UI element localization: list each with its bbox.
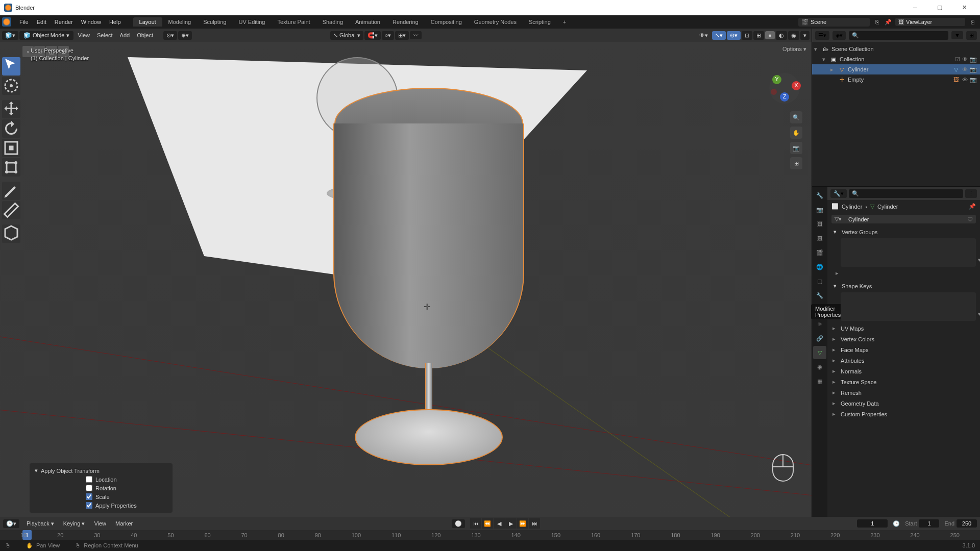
tab-viewlayer[interactable]: 🖼 xyxy=(813,232,826,245)
outliner-editor-type[interactable]: ☰▾ xyxy=(815,31,829,40)
menu-help[interactable]: Help xyxy=(105,17,125,27)
mode-selector[interactable]: 🧊 Object Mode ▾ xyxy=(19,31,74,40)
render-icon[interactable]: 📷 xyxy=(970,56,977,63)
tab-texture[interactable]: ▦ xyxy=(813,374,826,388)
gizmo-toggle[interactable]: ⤡▾ xyxy=(712,31,726,40)
tab-scene[interactable]: 🎬 xyxy=(813,246,826,259)
vertex-group-specials[interactable]: ▾ xyxy=(978,257,980,265)
tree-scene-collection[interactable]: ▾🗁 Scene Collection xyxy=(812,44,980,54)
viewport-menu-select[interactable]: Select xyxy=(94,31,116,39)
new-collection-button[interactable]: ⊞ xyxy=(966,31,977,40)
tool-annotate[interactable] xyxy=(2,182,20,200)
play-reverse[interactable]: ◀ xyxy=(494,518,505,529)
tab-object[interactable]: ▢ xyxy=(813,274,826,288)
tab-constraints[interactable]: 🔗 xyxy=(813,332,826,345)
timeline-editor-type[interactable]: 🕒▾ xyxy=(3,519,19,528)
workspace-rendering[interactable]: Rendering xyxy=(386,17,425,27)
options-toggle[interactable]: 〰 xyxy=(410,31,422,39)
tool-add-cube[interactable] xyxy=(2,224,20,243)
perspective-toggle[interactable]: ⊞ xyxy=(790,157,802,169)
props-editor-type[interactable]: 🔧▾ xyxy=(830,189,847,198)
shading-solid[interactable]: ● xyxy=(765,31,775,39)
scene-new-button[interactable]: ⎘ xyxy=(871,16,883,28)
timeline-menu-marker[interactable]: Marker xyxy=(113,519,135,528)
chevron-down-icon[interactable]: ▾ xyxy=(35,467,38,474)
tab-material[interactable]: ◉ xyxy=(813,360,826,373)
tool-move[interactable] xyxy=(2,100,20,118)
tool-measure[interactable] xyxy=(2,201,20,219)
proportional-edit[interactable]: ○▾ xyxy=(382,31,395,40)
maximize-button[interactable]: ▢ xyxy=(928,0,951,15)
pin-icon[interactable]: 📌 xyxy=(969,203,976,210)
navigation-gizmo[interactable]: X Y Z xyxy=(767,70,802,106)
play[interactable]: ▶ xyxy=(505,518,517,529)
scene-name-input[interactable] xyxy=(811,19,867,25)
jump-to-start[interactable]: ⏮ xyxy=(470,518,481,529)
add-shape-key-button[interactable]: + xyxy=(978,294,980,303)
timeline-menu-view[interactable]: View xyxy=(92,519,108,528)
props-search[interactable]: 🔍 xyxy=(849,189,963,198)
viewport-menu-view[interactable]: View xyxy=(75,31,93,39)
panel-custom-props[interactable]: ▸Custom Properties xyxy=(827,409,980,419)
close-button[interactable]: ✕ xyxy=(952,0,976,15)
add-workspace-button[interactable]: + xyxy=(557,17,572,27)
shape-keys-list[interactable] xyxy=(841,292,976,321)
orientation-dropdown[interactable]: ⊕▾ xyxy=(178,31,192,40)
pan-button[interactable]: ✋ xyxy=(790,127,802,139)
breadcrumb-object[interactable]: Cylinder xyxy=(842,204,862,210)
tab-output[interactable]: 🖼 xyxy=(813,217,826,231)
cylinder-object[interactable]: ✛ xyxy=(332,67,526,475)
viewport-menu-object[interactable]: Object xyxy=(134,31,156,39)
panel-vertex-groups-header[interactable]: ▾Vertex Groups xyxy=(830,227,977,237)
jump-keyframe-fwd[interactable]: ⏩ xyxy=(517,518,528,529)
shading-wireframe[interactable]: ⊞ xyxy=(753,31,764,40)
zoom-button[interactable]: 🔍 xyxy=(790,111,802,123)
panel-face-maps[interactable]: ▸Face Maps xyxy=(827,344,980,355)
panel-geometry-data[interactable]: ▸Geometry Data xyxy=(827,398,980,409)
overlay-toggle[interactable]: ⊚▾ xyxy=(727,31,741,40)
expand-icon[interactable]: ▸ xyxy=(836,270,841,277)
collection-exclude-checkbox[interactable]: ☑ xyxy=(955,56,960,63)
tool-rotate[interactable] xyxy=(2,119,20,138)
render-icon[interactable]: 📷 xyxy=(970,77,977,83)
workspace-geometry-nodes[interactable]: Geometry Nodes xyxy=(468,17,523,27)
timeline-track[interactable]: 1 10203040506070809010011012013014015016… xyxy=(0,530,980,540)
editor-type-button[interactable]: 🧊▾ xyxy=(2,31,18,40)
workspace-texture-paint[interactable]: Texture Paint xyxy=(271,17,316,27)
panel-shape-keys-header[interactable]: ▾Shape Keys xyxy=(830,281,977,291)
props-search-input[interactable] xyxy=(859,190,960,196)
xray-toggle[interactable]: ⊡ xyxy=(742,31,752,40)
transform-orientation[interactable]: ⤡ Global▾ xyxy=(330,31,363,40)
tab-tool[interactable]: 🔧 xyxy=(813,189,826,202)
snap-during-transform[interactable]: ⊞▾ xyxy=(395,31,409,40)
breadcrumb-data[interactable]: Cylinder xyxy=(877,204,898,210)
location-checkbox[interactable] xyxy=(86,476,92,483)
viewport-menu-add[interactable]: Add xyxy=(117,31,133,39)
shading-rendered[interactable]: ◉ xyxy=(788,31,799,40)
viewlayer-name-input[interactable] xyxy=(906,19,962,25)
tool-select-box[interactable] xyxy=(2,57,20,76)
tab-data[interactable]: ▽ xyxy=(813,346,826,359)
panel-attributes[interactable]: ▸Attributes xyxy=(827,355,980,366)
panel-remesh[interactable]: ▸Remesh xyxy=(827,387,980,398)
viewlayer-selector[interactable]: 🖼 xyxy=(895,18,965,26)
fake-user-button[interactable]: 🛡 xyxy=(964,215,976,223)
viewlayer-new-button[interactable]: ⎘ xyxy=(967,16,978,28)
datablock-name-input[interactable] xyxy=(845,215,964,223)
outliner-search[interactable]: 🔍 xyxy=(849,31,948,40)
viewport-canvas[interactable]: ✛ User Perspective (1) Collection | Cyli… xyxy=(0,42,812,517)
blender-logo-icon[interactable] xyxy=(2,17,11,27)
auto-keyframe-toggle[interactable]: ⚪ xyxy=(452,519,465,528)
tool-transform[interactable] xyxy=(2,158,20,177)
clock-icon[interactable]: 🕒 xyxy=(893,520,900,527)
outliner-filter[interactable]: ▼ xyxy=(951,31,963,39)
props-options[interactable]: ⋮ xyxy=(965,189,977,198)
menu-window[interactable]: Window xyxy=(77,17,105,27)
workspace-sculpting[interactable]: Sculpting xyxy=(197,17,232,27)
rotation-checkbox[interactable] xyxy=(86,485,92,491)
datablock-selector[interactable]: ▽▾ 🛡 xyxy=(831,215,976,223)
tab-render[interactable]: 📷 xyxy=(813,203,826,216)
menu-edit[interactable]: Edit xyxy=(33,17,51,27)
shading-material[interactable]: ◐ xyxy=(776,31,787,40)
workspace-shading[interactable]: Shading xyxy=(316,17,349,27)
